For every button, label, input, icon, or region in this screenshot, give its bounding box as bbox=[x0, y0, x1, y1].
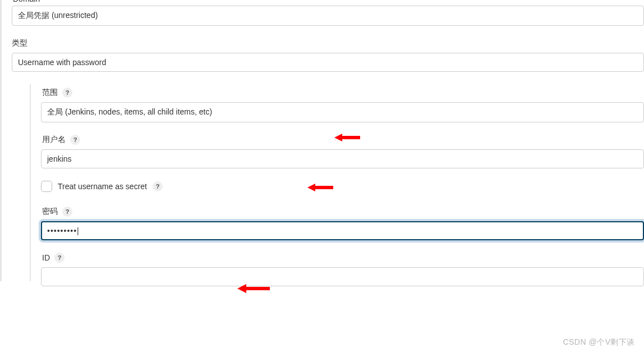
password-input[interactable] bbox=[41, 221, 644, 240]
treat-secret-checkbox[interactable] bbox=[41, 181, 52, 192]
id-label: ID bbox=[42, 253, 50, 262]
type-label: 类型 bbox=[12, 38, 27, 48]
type-select[interactable]: Username with password bbox=[12, 53, 644, 72]
help-icon[interactable]: ? bbox=[70, 135, 80, 145]
treat-secret-label: Treat username as secret bbox=[58, 182, 147, 191]
domain-select[interactable]: 全局凭据 (unrestricted) bbox=[12, 6, 644, 26]
username-input[interactable] bbox=[41, 149, 644, 168]
domain-label: Domain bbox=[12, 0, 644, 3]
help-icon[interactable]: ? bbox=[62, 88, 72, 98]
help-icon[interactable]: ? bbox=[54, 253, 65, 263]
help-icon[interactable]: ? bbox=[62, 207, 72, 217]
username-label: 用户名 bbox=[42, 135, 66, 145]
watermark: CSDN @个V剩下谈 bbox=[563, 337, 635, 348]
password-label: 密码 bbox=[42, 207, 58, 217]
scope-label: 范围 bbox=[42, 88, 58, 98]
scope-select[interactable]: 全局 (Jenkins, nodes, items, all child ite… bbox=[41, 102, 644, 122]
help-icon[interactable]: ? bbox=[153, 181, 163, 191]
id-input[interactable] bbox=[41, 267, 644, 286]
